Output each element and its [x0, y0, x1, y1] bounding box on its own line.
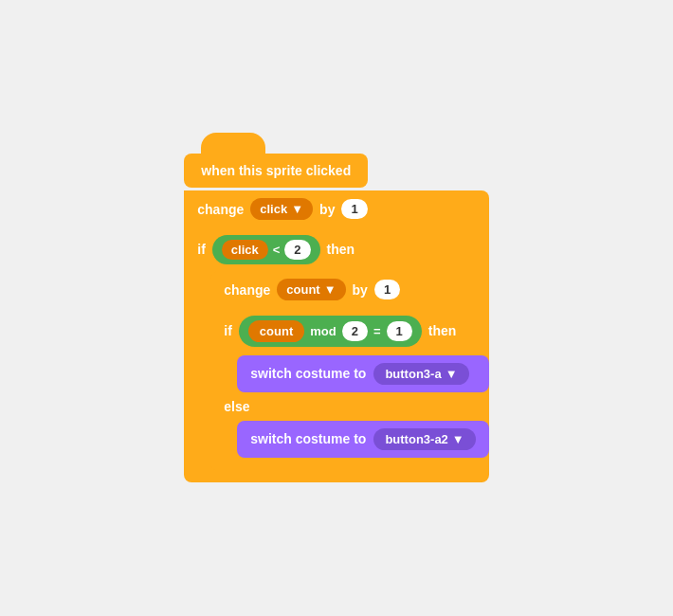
by-label-1: by	[319, 202, 335, 217]
lt-operator: <	[273, 243, 281, 257]
costume-2-value: button3-a2	[385, 432, 447, 446]
if-click-header: if click < 2 then	[184, 228, 488, 271]
if-label-1: if	[197, 242, 206, 257]
if-count-header: if count mod 2 = 1 then	[210, 309, 488, 353]
count-cond-var: count	[248, 320, 304, 342]
mod-value[interactable]: 2	[342, 321, 368, 341]
inner-if-close	[210, 460, 488, 471]
click-by-value[interactable]: 1	[341, 199, 367, 219]
costume-2-dropdown[interactable]: button3-a2 ▼	[373, 428, 475, 450]
costume-1-arrow: ▼	[446, 367, 458, 381]
click-variable-pill[interactable]: click ▼	[250, 198, 313, 220]
scratch-program: when this sprite clicked change click ▼ …	[165, 116, 507, 501]
count-variable-pill[interactable]: count ▼	[277, 279, 345, 300]
change-count-block: change count ▼ by 1	[210, 271, 488, 309]
switch-costume-2-block: switch costume to button3-a2 ▼	[237, 421, 488, 458]
if-label-2: if	[224, 323, 232, 338]
count-dropdown-arrow[interactable]: ▼	[324, 282, 336, 297]
click-cond-value[interactable]: 2	[284, 240, 310, 260]
if-count-body: switch costume to button3-a ▼	[210, 353, 488, 394]
hat-label: when this sprite clicked	[201, 163, 351, 178]
else-label: else	[210, 394, 488, 419]
costume-1-value: button3-a	[385, 367, 441, 381]
then-label-1: then	[327, 242, 355, 257]
change-count-label: change	[224, 282, 270, 298]
costume-1-dropdown[interactable]: button3-a ▼	[373, 363, 468, 385]
mod-label: mod	[310, 324, 336, 338]
switch-costume-2-label: switch costume to	[250, 431, 366, 446]
if-count-else-body: switch costume to button3-a2 ▼	[210, 419, 488, 460]
costume-2-arrow: ▼	[452, 432, 464, 446]
change-click-block: change click ▼ by 1	[184, 190, 488, 228]
inner-if-block: change count ▼ by 1 if count	[210, 271, 488, 471]
count-var-label: count	[286, 282, 319, 297]
count-condition: count mod 2 = 1	[239, 316, 422, 347]
click-cond-var: click	[222, 240, 268, 260]
hat-block: when this sprite clicked	[184, 154, 488, 188]
eq-value[interactable]: 1	[387, 321, 412, 341]
click-var-label: click	[260, 202, 287, 216]
click-dropdown-arrow[interactable]: ▼	[291, 202, 303, 216]
if-click-body: change count ▼ by 1 if count	[184, 271, 488, 471]
eq-label: =	[373, 324, 381, 338]
change-click-label: change	[197, 202, 244, 217]
then-label-2: then	[428, 323, 457, 338]
click-condition: click < 2	[212, 235, 320, 264]
outer-if-block: change click ▼ by 1 if click < 2 then	[184, 190, 488, 482]
by-label-2: by	[353, 282, 368, 298]
switch-costume-1-label: switch costume to	[250, 366, 366, 381]
count-by-value[interactable]: 1	[374, 280, 400, 299]
switch-costume-1-block: switch costume to button3-a ▼	[237, 355, 488, 392]
outer-if-close	[184, 471, 488, 482]
